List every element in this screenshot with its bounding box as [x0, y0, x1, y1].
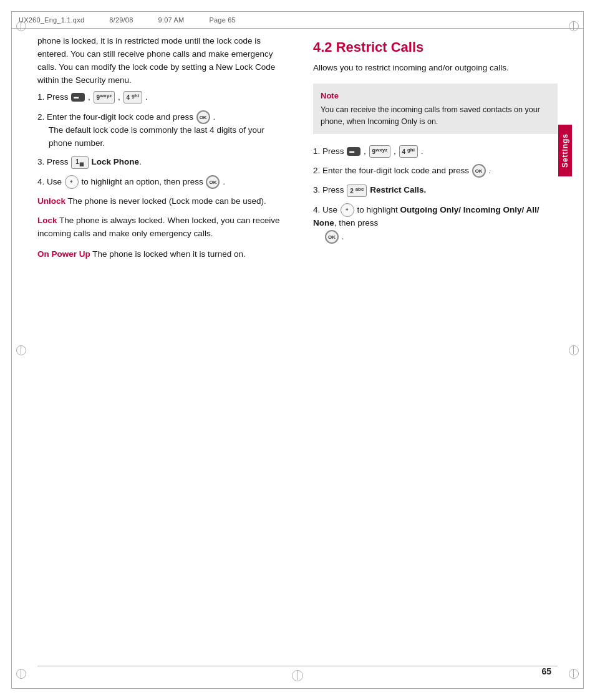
reg-mark-bc: [292, 670, 303, 681]
reg-mark-tr: [569, 21, 579, 31]
right-step4-ok: OK .: [324, 232, 344, 241]
on-power-up-text: The phone is locked when it is turned on…: [92, 249, 245, 259]
reg-mark-br: [569, 669, 579, 679]
nav-key-r-step4: [341, 203, 354, 217]
settings-sidebar: Settings: [558, 125, 573, 176]
left-intro-text: phone is locked, it is in restricted mod…: [37, 35, 282, 87]
left-column: phone is locked, it is in restricted mod…: [37, 35, 301, 663]
on-power-up-label: On Power Up: [37, 249, 90, 259]
right-column: 4.2 Restrict Calls Allows you to restric…: [301, 35, 558, 663]
phone-key: [71, 93, 85, 102]
ok-key-r-step4: OK: [325, 230, 339, 244]
right-step3-text: Restrict Calls.: [370, 185, 426, 194]
left-lock: Lock The phone is always locked. When lo…: [37, 214, 282, 241]
bottom-rule: [37, 666, 558, 666]
header-page: Page 65: [209, 16, 236, 24]
left-step4-text: to highlight an option, then press: [82, 177, 206, 186]
key-4ghi-r: 4 ghi: [399, 145, 418, 158]
left-step-1: 1. Press , 9wxyz , 4 ghi .: [37, 91, 282, 104]
right-step-3: 3. Press 2 abc Restrict Calls.: [313, 184, 558, 197]
settings-tab-label: Settings: [558, 125, 572, 176]
left-step-3: 3. Press 1▩ Lock Phone.: [37, 156, 282, 169]
note-text: You can receive the incoming calls from …: [321, 104, 550, 128]
comma1: ,: [88, 92, 93, 102]
right-step-2: 2. Enter the four-digit lock code and pr…: [313, 164, 558, 178]
header-time: 9:07 AM: [158, 16, 185, 24]
unlock-label: Unlock: [37, 196, 65, 206]
nav-key-step4: [65, 175, 79, 189]
left-step-4: 4. Use to highlight an option, then pres…: [37, 175, 282, 189]
header-date: 8/29/08: [109, 16, 133, 24]
note-box: Note You can receive the incoming calls …: [313, 84, 558, 134]
key-4ghi: 4 ghi: [123, 91, 142, 103]
left-step1-label: 1. Press: [37, 92, 70, 102]
header-bar: UX260_Eng_1.1.qxd 8/29/08 9:07 AM Page 6…: [11, 11, 584, 29]
left-step4-label: 4. Use: [37, 177, 64, 186]
header-text: UX260_Eng_1.1.qxd 8/29/08 9:07 AM Page 6…: [19, 16, 576, 24]
header-filename: UX260_Eng_1.1.qxd: [19, 16, 84, 24]
reg-mark-mr: [569, 345, 579, 355]
comma2: ,: [118, 92, 123, 102]
unlock-text: The phone is never locked (Lock mode can…: [68, 196, 266, 206]
reg-mark-ml: [16, 345, 26, 355]
left-step2-note: The default lock code is commonly the la…: [49, 124, 282, 150]
page-number: 65: [541, 666, 551, 676]
right-intro-text: Allows you to restrict incoming and/or o…: [313, 62, 558, 75]
note-title: Note: [321, 90, 550, 102]
reg-mark-tl: [16, 21, 26, 31]
phone-key-r: [347, 147, 360, 156]
section-heading: 4.2 Restrict Calls: [313, 39, 558, 57]
right-step1-label: 1. Press: [313, 146, 346, 156]
right-step-4: 4. Use to highlight Outgoing Only/ Incom…: [313, 203, 558, 244]
right-step-1: 1. Press , 9wxyz , 4 ghi .: [313, 145, 558, 158]
ok-key-step4: OK: [206, 175, 220, 189]
left-on-power-up: On Power Up The phone is locked when it …: [37, 248, 282, 261]
lock-label: Lock: [37, 216, 57, 225]
key-9wxyz: 9wxyz: [94, 91, 115, 103]
content-area: phone is locked, it is in restricted mod…: [37, 35, 558, 663]
ok-key-r-step2: OK: [472, 164, 486, 178]
left-step2-label: 2. Enter the four-digit lock code and pr…: [37, 112, 196, 121]
left-step-2: 2. Enter the four-digit lock code and pr…: [37, 110, 282, 150]
key-9wxyz-r: 9wxyz: [369, 145, 391, 158]
right-step2-label: 2. Enter the four-digit lock code and pr…: [313, 166, 472, 175]
left-step3-text: Lock Phone.: [92, 157, 142, 166]
reg-mark-bl: [16, 669, 26, 679]
right-step3-label: 3. Press: [313, 185, 346, 194]
key-2abc: 2 abc: [347, 185, 367, 197]
left-unlock: Unlock The phone is never locked (Lock m…: [37, 195, 282, 208]
lock-text: The phone is always locked. When locked,…: [37, 216, 279, 238]
right-step4-label: 4. Use: [313, 205, 340, 214]
left-step3-label: 3. Press: [37, 157, 70, 166]
key-1: 1▩: [71, 156, 89, 169]
ok-key-step2: OK: [196, 110, 210, 124]
